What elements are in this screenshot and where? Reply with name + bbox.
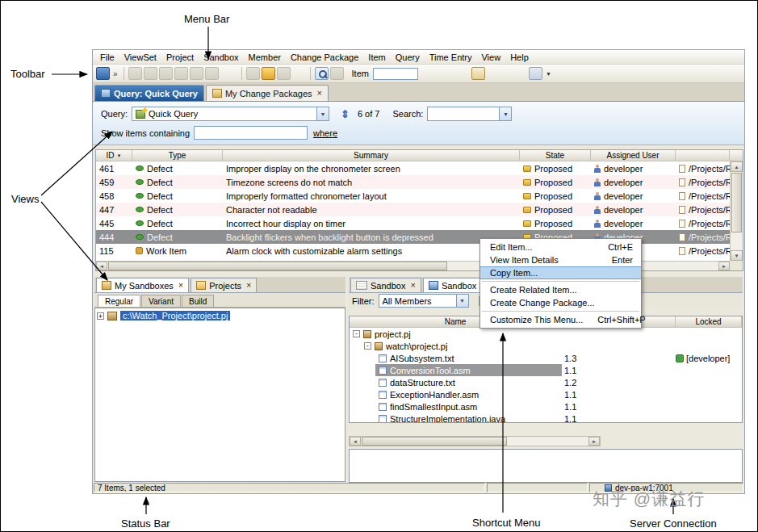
folder-icon[interactable] bbox=[262, 67, 275, 80]
member-horizontal-scrollbar[interactable]: ◄ ► bbox=[349, 436, 601, 446]
menu-item[interactable]: File bbox=[95, 51, 119, 64]
column-header-id[interactable]: ID ▼ bbox=[96, 150, 132, 161]
close-tab-icon[interactable]: × bbox=[410, 281, 415, 290]
query-select[interactable]: Quick Query ▼ bbox=[132, 107, 329, 121]
item-state: Proposed bbox=[534, 164, 572, 174]
filter-label: Filter: bbox=[352, 296, 375, 306]
column-header-summary[interactable]: Summary bbox=[223, 150, 520, 161]
toolbar-separator bbox=[241, 67, 242, 80]
member-row[interactable]: AISubsystem.txt 1.3 [developer] bbox=[350, 352, 742, 364]
column-header-type[interactable]: Type bbox=[132, 150, 223, 161]
menu-item[interactable]: Query bbox=[391, 51, 425, 64]
sandbox-subtab[interactable]: Build bbox=[182, 295, 214, 307]
menu-item[interactable]: Time Entry bbox=[425, 51, 477, 64]
menu-item[interactable]: Create Change Package... bbox=[480, 296, 641, 309]
scroll-left-icon[interactable]: ◄ bbox=[350, 437, 361, 446]
query-label: Query: bbox=[101, 109, 128, 119]
member-row[interactable]: dataStructure.txt 1.2 bbox=[350, 376, 742, 388]
menu-item[interactable]: Customize This Menu... Ctrl+Shift+P bbox=[480, 313, 641, 326]
member-row[interactable]: - watch\project.pj bbox=[350, 340, 742, 352]
close-tab-icon[interactable]: × bbox=[178, 281, 183, 290]
sandbox-root-node[interactable]: + c:\Watch_Project\project.pj bbox=[97, 311, 343, 320]
scroll-right-icon[interactable]: ► bbox=[588, 437, 600, 446]
menu-item[interactable]: View bbox=[476, 51, 505, 64]
grid-header-corner bbox=[730, 150, 743, 161]
menu-item[interactable]: View Item Details Enter bbox=[480, 253, 641, 266]
scroll-thumb[interactable] bbox=[731, 173, 742, 232]
menu-item[interactable]: Sandbox bbox=[199, 51, 243, 64]
scroll-left-icon[interactable]: ◄ bbox=[96, 262, 107, 270]
item-type-icon bbox=[136, 234, 144, 240]
subtab-label: Regular bbox=[105, 297, 133, 306]
menu-item[interactable]: Project bbox=[161, 51, 199, 64]
item-row[interactable]: 461 Defect Improper display on the chron… bbox=[96, 161, 730, 175]
menu-item[interactable] bbox=[480, 309, 641, 313]
resize-panel-icon[interactable]: ⇕ bbox=[341, 108, 350, 120]
where-link[interactable]: where bbox=[313, 128, 337, 138]
tab-my-change-packages[interactable]: My Change Packages × bbox=[206, 85, 329, 101]
scroll-thumb[interactable] bbox=[362, 437, 507, 446]
menu-item[interactable]: Member bbox=[244, 51, 286, 64]
annotation-menu-bar: Menu Bar bbox=[184, 13, 229, 25]
scroll-right-icon[interactable]: ► bbox=[718, 262, 730, 270]
search-select-dropdown-icon[interactable]: ▼ bbox=[499, 107, 511, 120]
member-row[interactable]: findSmallestInput.asm 1.1 bbox=[350, 400, 742, 413]
member-row[interactable]: - project.pj bbox=[350, 328, 742, 340]
item-row[interactable]: 458 Defect Improperly formatted chronome… bbox=[96, 189, 730, 203]
user-icon bbox=[594, 178, 601, 186]
sandbox-root-label: c:\Watch_Project\project.pj bbox=[120, 311, 230, 320]
tree-expander-icon[interactable]: - bbox=[364, 342, 371, 350]
menu-item[interactable]: Item bbox=[363, 51, 390, 64]
query-select-dropdown-icon[interactable]: ▼ bbox=[316, 107, 329, 120]
member-row[interactable]: StructureImplementation.java 1.1 bbox=[350, 413, 742, 423]
vertical-scrollbar[interactable]: ▲ ▼ bbox=[730, 161, 743, 261]
open-item-icon[interactable] bbox=[471, 67, 485, 80]
sandbox-subtab[interactable]: Regular bbox=[98, 295, 140, 307]
tab-query-quick-query[interactable]: Query: Quick Query bbox=[94, 85, 204, 101]
item-id-input[interactable] bbox=[373, 68, 418, 80]
sandbox-tab-bar: My Sandboxes × Projects × bbox=[94, 277, 345, 293]
column-header-project[interactable] bbox=[676, 150, 730, 161]
tab-projects[interactable]: Projects × bbox=[191, 278, 257, 292]
tree-expander-icon[interactable]: - bbox=[353, 330, 360, 337]
project-doc-icon bbox=[679, 165, 685, 173]
item-row[interactable]: 445 Defect Incorrect hour display on tim… bbox=[96, 216, 730, 230]
menu-item[interactable]: Help bbox=[505, 51, 534, 64]
menu-item[interactable]: Edit Item... Ctrl+E bbox=[480, 241, 641, 253]
tree-expander-icon[interactable]: + bbox=[97, 312, 104, 320]
item-row[interactable]: 447 Defect Character not readable Propos… bbox=[96, 203, 730, 216]
change-package-view-icon bbox=[212, 89, 222, 98]
item-state: Proposed bbox=[534, 205, 572, 215]
toolbar-overflow-icon[interactable]: » bbox=[111, 69, 119, 78]
column-header-state[interactable]: State bbox=[520, 150, 591, 161]
menu-item[interactable]: Create Related Item... bbox=[480, 283, 641, 296]
search-icon[interactable] bbox=[315, 67, 329, 80]
close-tab-icon[interactable]: × bbox=[246, 281, 251, 290]
member-filter-dropdown-icon[interactable]: ▼ bbox=[456, 295, 468, 307]
member-detail-box[interactable] bbox=[349, 449, 743, 483]
search-select[interactable]: ▼ bbox=[427, 107, 512, 121]
menu-item[interactable]: Copy Item... bbox=[480, 266, 641, 279]
scroll-up-icon[interactable]: ▲ bbox=[731, 161, 743, 172]
scroll-thumb[interactable] bbox=[108, 262, 447, 270]
tab-my-sandboxes[interactable]: My Sandboxes × bbox=[96, 278, 189, 292]
project-doc-icon bbox=[679, 178, 685, 186]
sandbox-subtab[interactable]: Variant bbox=[141, 295, 181, 307]
tab-sandbox[interactable]: Sandbox × bbox=[350, 278, 421, 292]
member-row[interactable]: ExceptionHandler.asm 1.1 bbox=[350, 388, 742, 400]
menu-item[interactable] bbox=[480, 279, 641, 283]
filter-input[interactable] bbox=[194, 126, 308, 140]
menu-item[interactable]: ViewSet bbox=[119, 51, 161, 64]
column-header-assigned-user[interactable]: Assigned User bbox=[591, 150, 676, 161]
item-row[interactable]: 459 Defect Timezone screens do not match… bbox=[96, 175, 730, 189]
disabled-toolbar-icon bbox=[205, 67, 219, 80]
member-row[interactable]: ConversionTool.asm 1.1 bbox=[350, 364, 742, 376]
viewset-icon[interactable] bbox=[96, 67, 110, 80]
column-header-locked[interactable]: Locked bbox=[676, 316, 742, 327]
close-tab-icon[interactable]: × bbox=[317, 89, 322, 98]
scroll-down-icon[interactable]: ▼ bbox=[731, 250, 743, 261]
settings-dropdown-icon[interactable]: ▼ bbox=[546, 71, 551, 77]
menu-item[interactable]: Change Package bbox=[286, 51, 363, 64]
member-filter-select[interactable]: All Members ▼ bbox=[379, 294, 469, 308]
settings-icon[interactable] bbox=[529, 67, 542, 80]
